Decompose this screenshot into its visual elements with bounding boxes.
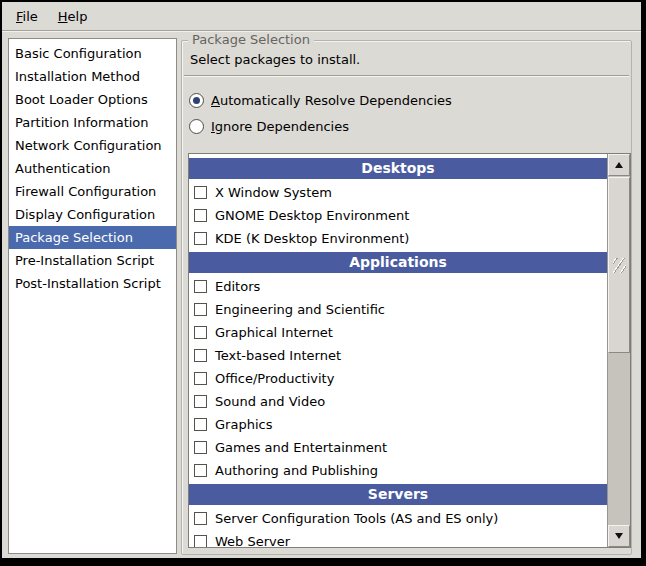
radio-button-selected[interactable] [189, 93, 204, 108]
sidebar-item-authentication[interactable]: Authentication [9, 157, 176, 180]
menu-help[interactable]: Help [52, 6, 94, 27]
package-label: Server Configuration Tools (AS and ES on… [215, 511, 498, 526]
checkbox-unchecked[interactable] [194, 280, 207, 293]
checkbox-unchecked[interactable] [194, 418, 207, 431]
scroll-down-icon [615, 533, 623, 539]
radio-row-ignore-dependencies[interactable]: Ignore Dependencies [189, 113, 452, 139]
sidebar-item-pre-installation-script[interactable]: Pre-Installation Script [9, 249, 176, 272]
package-selection-frame: Package Selection Select packages to ins… [181, 40, 632, 555]
package-row-gnome-desktop-environment[interactable]: GNOME Desktop Environment [189, 204, 607, 227]
dependency-options-group: Automatically Resolve DependenciesIgnore… [189, 87, 452, 139]
sidebar-item-post-installation-script[interactable]: Post-Installation Script [9, 272, 176, 295]
checkbox-unchecked[interactable] [194, 441, 207, 454]
sidebar-item-partition-information[interactable]: Partition Information [9, 111, 176, 134]
package-row-engineering-and-scientific[interactable]: Engineering and Scientific [189, 298, 607, 321]
package-list: DesktopsX Window SystemGNOME Desktop Env… [188, 153, 631, 548]
package-row-editors[interactable]: Editors [189, 275, 607, 298]
package-row-server-configuration-tools-as-and-es-only[interactable]: Server Configuration Tools (AS and ES on… [189, 507, 607, 530]
sidebar-item-network-configuration[interactable]: Network Configuration [9, 134, 176, 157]
sidebar-nav: Basic ConfigurationInstallation MethodBo… [8, 38, 177, 554]
checkbox-unchecked[interactable] [194, 232, 207, 245]
radio-label: Automatically Resolve Dependencies [211, 93, 452, 108]
instruction-text: Select packages to install. [190, 52, 360, 67]
checkbox-unchecked[interactable] [194, 303, 207, 316]
package-label: GNOME Desktop Environment [215, 208, 409, 223]
kickstart-configurator-window: FileHelp Basic ConfigurationInstallation… [0, 0, 646, 566]
checkbox-unchecked[interactable] [194, 372, 207, 385]
package-label: Editors [215, 279, 260, 294]
scrollbar-thumb-grip-icon [613, 258, 626, 273]
package-label: Web Server [215, 534, 290, 547]
package-label: Text-based Internet [215, 348, 341, 363]
checkbox-unchecked[interactable] [194, 186, 207, 199]
package-row-games-and-entertainment[interactable]: Games and Entertainment [189, 436, 607, 459]
separator-line [184, 75, 629, 77]
package-label: KDE (K Desktop Environment) [215, 231, 409, 246]
checkbox-unchecked[interactable] [194, 464, 207, 477]
sidebar-item-package-selection[interactable]: Package Selection [9, 226, 176, 249]
checkbox-unchecked[interactable] [194, 535, 207, 547]
package-label: Office/Productivity [215, 371, 334, 386]
group-header-applications: Applications [189, 252, 607, 273]
sidebar-item-firewall-configuration[interactable]: Firewall Configuration [9, 180, 176, 203]
sidebar-item-installation-method[interactable]: Installation Method [9, 65, 176, 88]
package-label: Games and Entertainment [215, 440, 387, 455]
menubar: FileHelp [2, 2, 641, 31]
package-label: Graphics [215, 417, 272, 432]
package-row-x-window-system[interactable]: X Window System [189, 181, 607, 204]
package-list-content: DesktopsX Window SystemGNOME Desktop Env… [189, 154, 607, 547]
package-row-authoring-and-publishing[interactable]: Authoring and Publishing [189, 459, 607, 482]
scroll-down-button[interactable] [608, 525, 630, 547]
package-label: X Window System [215, 185, 332, 200]
checkbox-unchecked[interactable] [194, 349, 207, 362]
radio-row-automatically-resolve-dependencies[interactable]: Automatically Resolve Dependencies [189, 87, 452, 113]
package-label: Engineering and Scientific [215, 302, 385, 317]
package-row-graphics[interactable]: Graphics [189, 413, 607, 436]
vertical-scrollbar[interactable] [607, 154, 630, 547]
menu-file[interactable]: File [10, 6, 44, 27]
sidebar-item-boot-loader-options[interactable]: Boot Loader Options [9, 88, 176, 111]
package-label: Sound and Video [215, 394, 325, 409]
group-header-servers: Servers [189, 484, 607, 505]
scroll-up-button[interactable] [608, 154, 630, 176]
package-label: Authoring and Publishing [215, 463, 378, 478]
checkbox-unchecked[interactable] [194, 512, 207, 525]
package-row-web-server[interactable]: Web Server [189, 530, 607, 547]
checkbox-unchecked[interactable] [194, 209, 207, 222]
radio-button-unselected[interactable] [189, 119, 204, 134]
checkbox-unchecked[interactable] [194, 395, 207, 408]
package-row-text-based-internet[interactable]: Text-based Internet [189, 344, 607, 367]
checkbox-unchecked[interactable] [194, 326, 207, 339]
package-row-kde-k-desktop-environment[interactable]: KDE (K Desktop Environment) [189, 227, 607, 250]
radio-label: Ignore Dependencies [211, 119, 349, 134]
package-label: Graphical Internet [215, 325, 333, 340]
scroll-up-icon [615, 162, 623, 168]
scrollbar-thumb[interactable] [608, 177, 630, 353]
package-row-sound-and-video[interactable]: Sound and Video [189, 390, 607, 413]
sidebar-item-display-configuration[interactable]: Display Configuration [9, 203, 176, 226]
group-header-desktops: Desktops [189, 158, 607, 179]
frame-title: Package Selection [188, 32, 314, 48]
sidebar-item-basic-configuration[interactable]: Basic Configuration [9, 42, 176, 65]
package-row-office-productivity[interactable]: Office/Productivity [189, 367, 607, 390]
package-row-graphical-internet[interactable]: Graphical Internet [189, 321, 607, 344]
